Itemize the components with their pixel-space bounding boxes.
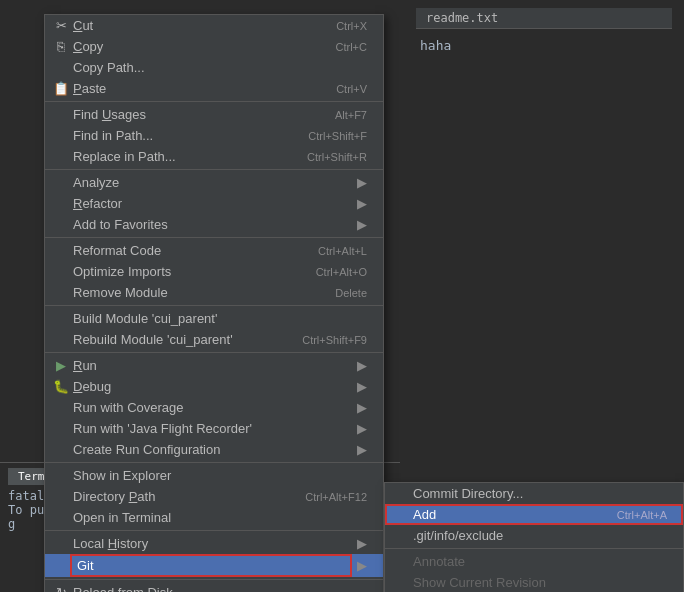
- shortcut-optimize: Ctrl+Alt+O: [316, 266, 367, 278]
- menu-item-reformat[interactable]: Reformat Code Ctrl+Alt+L: [45, 240, 383, 261]
- separator-5: [45, 352, 383, 353]
- menu-item-find-usages[interactable]: Find Usages Alt+F7: [45, 104, 383, 125]
- submenu-label-show-revision: Show Current Revision: [413, 575, 667, 590]
- submenu-item-annotate[interactable]: Annotate: [385, 551, 683, 572]
- menu-label-cut: Cut: [73, 18, 306, 33]
- menu-label-run: Run: [73, 358, 349, 373]
- menu-label-build: Build Module 'cui_parent': [73, 311, 367, 326]
- separator-2: [45, 169, 383, 170]
- menu-item-create-run-config[interactable]: Create Run Configuration ▶: [45, 439, 383, 460]
- editor-text: haha: [416, 34, 672, 57]
- submenu-item-show-revision[interactable]: Show Current Revision: [385, 572, 683, 592]
- menu-item-git[interactable]: Git ▶: [45, 554, 383, 577]
- menu-label-run-config: Create Run Configuration: [73, 442, 349, 457]
- run-config-arrow: ▶: [357, 442, 367, 457]
- submenu-item-commit-dir[interactable]: Commit Directory...: [385, 483, 683, 504]
- shortcut-find-path: Ctrl+Shift+F: [308, 130, 367, 142]
- menu-item-paste[interactable]: 📋 Paste Ctrl+V: [45, 78, 383, 99]
- menu-item-replace-in-path[interactable]: Replace in Path... Ctrl+Shift+R: [45, 146, 383, 167]
- menu-item-directory-path[interactable]: Directory Path Ctrl+Alt+F12: [45, 486, 383, 507]
- menu-label-paste: Paste: [73, 81, 306, 96]
- menu-item-run-coverage[interactable]: Run with Coverage ▶: [45, 397, 383, 418]
- menu-label-local-history: Local History: [73, 536, 349, 551]
- cut-icon: ✂: [51, 18, 71, 33]
- menu-label-reformat: Reformat Code: [73, 243, 288, 258]
- shortcut-replace: Ctrl+Shift+R: [307, 151, 367, 163]
- separator-4: [45, 305, 383, 306]
- menu-item-find-in-path[interactable]: Find in Path... Ctrl+Shift+F: [45, 125, 383, 146]
- separator-1: [45, 101, 383, 102]
- refactor-arrow: ▶: [357, 196, 367, 211]
- menu-label-optimize: Optimize Imports: [73, 264, 286, 279]
- copy-icon: ⎘: [51, 39, 71, 54]
- menu-label-find-path: Find in Path...: [73, 128, 278, 143]
- separator-3: [45, 237, 383, 238]
- menu-label-open-terminal: Open in Terminal: [73, 510, 367, 525]
- separator-6: [45, 462, 383, 463]
- shortcut-remove-module: Delete: [335, 287, 367, 299]
- menu-item-remove-module[interactable]: Remove Module Delete: [45, 282, 383, 303]
- reload-icon: ↻: [51, 585, 71, 592]
- menu-item-cut[interactable]: ✂ Cut Ctrl+X: [45, 15, 383, 36]
- menu-label-explorer: Show in Explorer: [73, 468, 367, 483]
- shortcut-rebuild: Ctrl+Shift+F9: [302, 334, 367, 346]
- shortcut-find-usages: Alt+F7: [335, 109, 367, 121]
- history-arrow: ▶: [357, 536, 367, 551]
- submenu-label-git-exclude: .git/info/exclude: [413, 528, 667, 543]
- shortcut-add: Ctrl+Alt+A: [617, 509, 667, 521]
- run-arrow: ▶: [357, 358, 367, 373]
- shortcut-dir-path: Ctrl+Alt+F12: [305, 491, 367, 503]
- flight-recorder-arrow: ▶: [357, 421, 367, 436]
- menu-label-copy-path: Copy Path...: [73, 60, 367, 75]
- shortcut-copy: Ctrl+C: [336, 41, 367, 53]
- menu-label-analyze: Analyze: [73, 175, 349, 190]
- analyze-arrow: ▶: [357, 175, 367, 190]
- coverage-arrow: ▶: [357, 400, 367, 415]
- git-arrow: ▶: [357, 558, 367, 573]
- submenu-item-add[interactable]: Add Ctrl+Alt+A: [385, 504, 683, 525]
- menu-label-reload: Reload from Disk: [73, 585, 367, 592]
- menu-item-local-history[interactable]: Local History ▶: [45, 533, 383, 554]
- menu-label-flight-recorder: Run with 'Java Flight Recorder': [73, 421, 349, 436]
- submenu-label-annotate: Annotate: [413, 554, 667, 569]
- menu-item-build-module[interactable]: Build Module 'cui_parent': [45, 308, 383, 329]
- shortcut-reformat: Ctrl+Alt+L: [318, 245, 367, 257]
- separator-8: [45, 579, 383, 580]
- editor-tab[interactable]: readme.txt: [416, 8, 672, 29]
- menu-item-refactor[interactable]: Refactor ▶: [45, 193, 383, 214]
- menu-item-reload[interactable]: ↻ Reload from Disk: [45, 582, 383, 592]
- debug-arrow: ▶: [357, 379, 367, 394]
- shortcut-cut: Ctrl+X: [336, 20, 367, 32]
- menu-label-refactor: Refactor: [73, 196, 349, 211]
- menu-item-flight-recorder[interactable]: Run with 'Java Flight Recorder' ▶: [45, 418, 383, 439]
- menu-item-optimize-imports[interactable]: Optimize Imports Ctrl+Alt+O: [45, 261, 383, 282]
- menu-item-show-explorer[interactable]: Show in Explorer: [45, 465, 383, 486]
- menu-item-analyze[interactable]: Analyze ▶: [45, 172, 383, 193]
- menu-item-add-favorites[interactable]: Add to Favorites ▶: [45, 214, 383, 235]
- menu-label-find-usages: Find Usages: [73, 107, 305, 122]
- submenu-separator-1: [385, 548, 683, 549]
- menu-label-rebuild: Rebuild Module 'cui_parent': [73, 332, 272, 347]
- submenu-label-commit-dir: Commit Directory...: [413, 486, 667, 501]
- menu-label-dir-path: Directory Path: [73, 489, 275, 504]
- menu-item-copy-path[interactable]: Copy Path...: [45, 57, 383, 78]
- shortcut-paste: Ctrl+V: [336, 83, 367, 95]
- context-menu: ✂ Cut Ctrl+X ⎘ Copy Ctrl+C Copy Path... …: [44, 14, 384, 592]
- separator-7: [45, 530, 383, 531]
- menu-label-favorites: Add to Favorites: [73, 217, 349, 232]
- menu-label-remove-module: Remove Module: [73, 285, 305, 300]
- menu-label-coverage: Run with Coverage: [73, 400, 349, 415]
- menu-item-copy[interactable]: ⎘ Copy Ctrl+C: [45, 36, 383, 57]
- menu-item-rebuild-module[interactable]: Rebuild Module 'cui_parent' Ctrl+Shift+F…: [45, 329, 383, 350]
- menu-label-debug: Debug: [73, 379, 349, 394]
- menu-label-replace: Replace in Path...: [73, 149, 277, 164]
- git-submenu: Commit Directory... Add Ctrl+Alt+A .git/…: [384, 482, 684, 592]
- menu-item-run[interactable]: ▶ Run ▶: [45, 355, 383, 376]
- menu-item-debug[interactable]: 🐛 Debug ▶: [45, 376, 383, 397]
- menu-item-open-terminal[interactable]: Open in Terminal: [45, 507, 383, 528]
- run-icon: ▶: [51, 358, 71, 373]
- favorites-arrow: ▶: [357, 217, 367, 232]
- submenu-item-git-exclude[interactable]: .git/info/exclude: [385, 525, 683, 546]
- submenu-label-add: Add: [413, 507, 587, 522]
- debug-icon: 🐛: [51, 379, 71, 394]
